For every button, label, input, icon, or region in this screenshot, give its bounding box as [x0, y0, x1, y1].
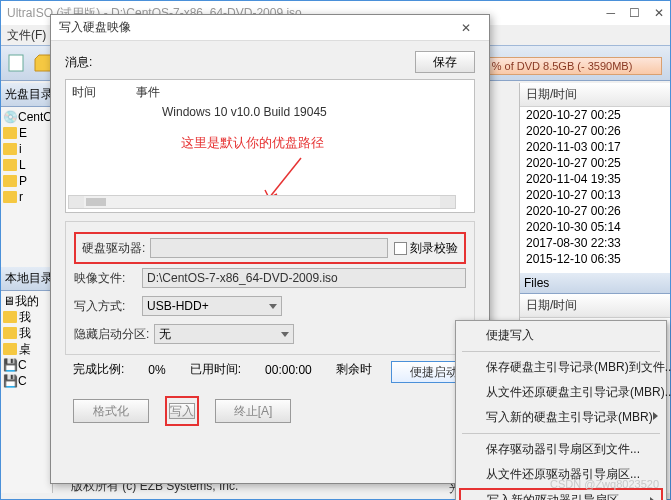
minimize-icon[interactable]: ─: [606, 6, 615, 20]
menu-quick-write[interactable]: 便捷写入: [458, 323, 664, 348]
maximize-icon[interactable]: ☐: [629, 6, 640, 20]
write-button[interactable]: 写入: [169, 403, 195, 419]
folder-icon: [3, 127, 17, 139]
event-row: Windows 10 v10.0 Build 19045: [72, 105, 468, 119]
local-dir-header: 本地目录: [1, 267, 52, 291]
horizontal-scrollbar[interactable]: [68, 195, 456, 209]
scroll-right-icon[interactable]: [440, 196, 455, 208]
menu-save-mbr[interactable]: 保存硬盘主引导记录(MBR)到文件...: [458, 355, 664, 380]
elapsed-label: 已用时间:: [190, 361, 241, 378]
menu-separator: [462, 433, 660, 434]
folder-icon: [3, 143, 17, 155]
image-path-input[interactable]: D:\CentOS-7-x86_64-DVD-2009.iso: [142, 268, 466, 288]
write-disk-dialog: 写入硬盘映像 ✕ 消息: 保存 时间 事件 Windows 10 v10.0 B…: [50, 14, 490, 484]
remain-label: 剩余时: [336, 361, 372, 378]
list-item[interactable]: 2020-10-27 00:26: [520, 203, 670, 219]
progress-value: 0%: [148, 363, 165, 377]
list-item[interactable]: 2020-11-03 00:17: [520, 139, 670, 155]
chevron-down-icon: [281, 332, 289, 337]
dialog-close-icon[interactable]: ✕: [451, 21, 481, 35]
local-tree[interactable]: 🖥我的 我 我 桌 💾C 💾C: [1, 291, 52, 391]
chevron-down-icon: [269, 304, 277, 309]
computer-icon: 🖥: [3, 294, 15, 308]
list-item[interactable]: 2020-10-27 00:25: [520, 155, 670, 171]
date-column-header-2[interactable]: 日期/时间: [520, 294, 670, 318]
elapsed-value: 00:00:00: [265, 363, 312, 377]
left-panel: 光盘目录 💿CentO E i L P r 本地目录 🖥我的 我 我 桌 💾C …: [1, 83, 53, 493]
dialog-title: 写入硬盘映像: [59, 19, 451, 36]
event-log: 时间 事件 Windows 10 v10.0 Build 19045 这里是默认…: [65, 79, 475, 213]
folder-icon: [3, 311, 17, 323]
watermark: CSDN @Zwq8023520: [550, 478, 659, 490]
hidden-boot-label: 隐藏启动分区:: [74, 326, 154, 343]
drive-icon: 💾: [3, 374, 18, 388]
scroll-thumb[interactable]: [86, 198, 106, 206]
abort-button[interactable]: 终止[A]: [215, 399, 291, 423]
menu-restore-mbr[interactable]: 从文件还原硬盘主引导记录(MBR)...: [458, 380, 664, 405]
drive-select[interactable]: [150, 238, 388, 258]
date-list: 2020-10-27 00:25 2020-10-27 00:26 2020-1…: [520, 107, 670, 267]
svg-rect-0: [9, 55, 23, 71]
folder-icon: [3, 175, 17, 187]
disc-icon: 💿: [3, 110, 18, 124]
list-item[interactable]: 2015-12-10 06:35: [520, 251, 670, 267]
drive-fieldset: 硬盘驱动器: 刻录校验 映像文件: D:\CentOS-7-x86_64-DVD…: [65, 221, 475, 355]
disc-dir-header: 光盘目录: [1, 83, 52, 107]
message-label: 消息:: [65, 54, 113, 71]
list-item[interactable]: 2020-10-27 00:26: [520, 123, 670, 139]
folder-icon: [3, 327, 17, 339]
list-item[interactable]: 2020-11-04 19:35: [520, 171, 670, 187]
list-item[interactable]: 2020-10-27 00:25: [520, 107, 670, 123]
verify-checkbox[interactable]: [394, 242, 407, 255]
annotation-text: 这里是默认你的优盘路径: [181, 134, 324, 152]
folder-icon: [3, 343, 17, 355]
dialog-titlebar[interactable]: 写入硬盘映像 ✕: [51, 15, 489, 41]
list-item[interactable]: 2017-08-30 22:33: [520, 235, 670, 251]
drive-label: 硬盘驱动器:: [82, 240, 150, 257]
scroll-left-icon[interactable]: [69, 196, 84, 208]
write-method-select[interactable]: USB-HDD+: [142, 296, 282, 316]
progress-label: 完成比例:: [73, 361, 124, 378]
menu-separator: [462, 351, 660, 352]
folder-icon: [3, 159, 17, 171]
button-row: 格式化 写入 终止[A]: [65, 384, 475, 438]
event-column: 事件: [136, 84, 160, 101]
close-icon[interactable]: ✕: [654, 6, 664, 20]
files-header: Files: [520, 273, 670, 294]
new-icon[interactable]: [5, 51, 29, 75]
drive-highlight: 硬盘驱动器: 刻录校验: [74, 232, 466, 264]
disc-tree[interactable]: 💿CentO E i L P r: [1, 107, 52, 207]
date-column-header[interactable]: 日期/时间: [520, 83, 670, 107]
write-highlight: 写入: [165, 396, 199, 426]
menu-save-boot-sector[interactable]: 保存驱动器引导扇区到文件...: [458, 437, 664, 462]
drive-icon: 💾: [3, 358, 18, 372]
capacity-bar: % of DVD 8.5GB (- 3590MB): [462, 57, 662, 75]
hidden-boot-select[interactable]: 无: [154, 324, 294, 344]
menu-write-mbr[interactable]: 写入新的硬盘主引导记录(MBR): [458, 405, 664, 430]
save-button[interactable]: 保存: [415, 51, 475, 73]
boot-context-menu: 便捷写入 保存硬盘主引导记录(MBR)到文件... 从文件还原硬盘主引导记录(M…: [455, 320, 667, 500]
list-item[interactable]: 2020-10-30 05:14: [520, 219, 670, 235]
time-column: 时间: [72, 84, 96, 101]
list-item[interactable]: 2020-10-27 00:13: [520, 187, 670, 203]
verify-label: 刻录校验: [410, 240, 458, 257]
folder-icon: [3, 191, 17, 203]
method-label: 写入方式:: [74, 298, 142, 315]
format-button[interactable]: 格式化: [73, 399, 149, 423]
image-label: 映像文件:: [74, 270, 142, 287]
